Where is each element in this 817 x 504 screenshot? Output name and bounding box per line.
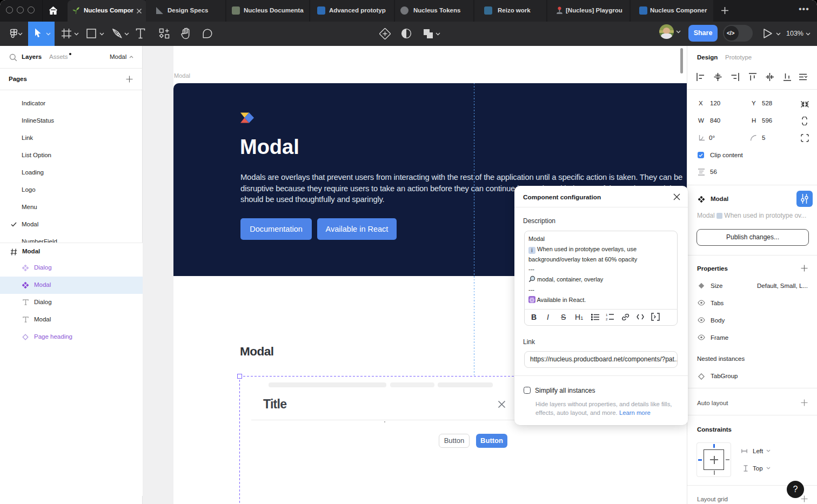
svg-text:1: 1 xyxy=(606,313,608,317)
svg-text:2: 2 xyxy=(606,318,608,320)
